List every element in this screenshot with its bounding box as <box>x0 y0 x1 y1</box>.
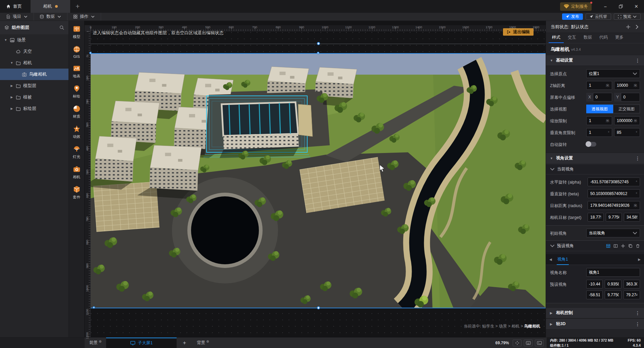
tab-更多[interactable]: 更多 <box>612 33 627 43</box>
section-menu-icon[interactable]: ⋮ <box>635 321 640 327</box>
screen-tab-active[interactable]: 子大屏1 <box>106 338 177 348</box>
section-相机控制[interactable]: ▶相机控制⋮ <box>546 307 644 318</box>
tab-样式[interactable]: 样式 <box>549 33 564 43</box>
input-field[interactable]: 10000米 <box>614 81 640 90</box>
minimize-button[interactable]: − <box>598 0 613 13</box>
tree-expander-icon[interactable]: ▶ <box>10 95 13 99</box>
sidebar-item-场景[interactable]: ▼场景 <box>0 34 68 46</box>
tree-expander-icon[interactable]: ▼ <box>10 61 13 65</box>
tree-expander-icon[interactable]: ▶ <box>10 107 13 110</box>
add-layer-icon[interactable]: ⊕ <box>99 340 101 343</box>
input-field[interactable]: 视角1 <box>586 268 640 277</box>
publish-button[interactable]: 发布 <box>562 13 583 20</box>
section-menu-icon[interactable]: ⋮ <box>635 156 640 161</box>
tree-expander-icon[interactable]: ▶ <box>10 84 13 87</box>
input-field[interactable]: Y0 <box>614 93 640 102</box>
cloud-host-button[interactable]: 云托管 <box>586 13 611 20</box>
input-field[interactable]: 363.3060 <box>624 280 640 288</box>
current-view-header[interactable]: 当前视角 <box>546 164 644 175</box>
tab-交互[interactable]: 交互 <box>564 33 580 43</box>
maximize-button[interactable] <box>613 0 629 13</box>
handle-bottom-center[interactable] <box>317 306 320 309</box>
sidebar-item-标绘层[interactable]: ▶标绘层 <box>0 103 68 114</box>
input-field[interactable]: X0 <box>586 93 612 102</box>
exit-edit-button[interactable]: 退出编辑 <box>503 28 534 36</box>
search-icon[interactable] <box>59 25 64 30</box>
carousel-next-icon[interactable]: ▶ <box>638 258 641 261</box>
preset-view-header[interactable]: 预设视角 <box>546 241 644 251</box>
menu-item-数据[interactable]: 数据 <box>34 13 67 21</box>
handle-screen-top-left[interactable] <box>89 52 92 54</box>
add-tab-button[interactable]: + <box>76 2 80 10</box>
select-选择原点[interactable]: 位置1 <box>586 69 640 78</box>
handle-screen-bottom-left[interactable] <box>93 306 95 309</box>
sidebar-item-天空[interactable]: 天空 <box>0 46 68 57</box>
input-field[interactable]: 1° <box>586 128 612 137</box>
input-field[interactable]: 50.10300085740912° <box>588 189 640 198</box>
tool-模型[interactable]: 模型 <box>73 25 81 39</box>
add-state-icon[interactable] <box>626 25 631 29</box>
toggle-自动旋转[interactable] <box>586 142 596 147</box>
add-layer-icon[interactable]: ⊕ <box>206 340 209 343</box>
segment-透视视图[interactable]: 透视视图 <box>586 105 613 113</box>
background-tab[interactable]: 背景 ⊕ <box>192 338 214 348</box>
input-field[interactable]: 34.58548 <box>624 213 640 222</box>
input-field[interactable]: 9.775029 <box>605 291 621 299</box>
handle-top-center[interactable] <box>317 42 320 45</box>
sidebar-item-相机[interactable]: ▼相机 <box>0 57 68 69</box>
section-轻3D[interactable]: ▶轻3D⋮ <box>546 318 644 330</box>
tool-相机[interactable]: 相机 <box>73 165 81 180</box>
duplicate-view-icon[interactable] <box>628 244 633 248</box>
add-view-icon[interactable] <box>621 244 625 248</box>
tab-camera[interactable]: 相机 <box>31 0 70 13</box>
input-field[interactable]: -10.4464 <box>586 280 603 288</box>
input-field[interactable]: 85° <box>614 128 640 137</box>
sidebar-item-植被[interactable]: ▶植被 <box>0 91 68 103</box>
tool-动效[interactable]: 动效 <box>73 125 81 139</box>
carousel-prev-icon[interactable]: ◀ <box>549 258 552 261</box>
menu-item-操作[interactable]: 操作 <box>67 13 101 21</box>
input-field[interactable]: 179.94014674919026米 <box>588 201 640 210</box>
segment-正交视图[interactable]: 正交视图 <box>613 105 640 113</box>
foreground-tab[interactable]: 前景 ⊕ <box>85 338 106 348</box>
input-field[interactable]: 1米 <box>586 81 612 90</box>
preset-view-tab[interactable]: 视角1 <box>557 254 569 265</box>
input-field[interactable]: -58.5186 <box>586 291 603 299</box>
input-field[interactable]: 9.775029 <box>606 213 622 222</box>
tool-材质[interactable]: 材质 <box>73 105 81 119</box>
fit-view-button[interactable] <box>513 340 521 346</box>
section-menu-icon[interactable]: ⋮ <box>635 58 640 63</box>
input-field[interactable]: 18.77983 <box>588 213 604 222</box>
keyboard-shortcuts-button[interactable] <box>524 340 533 346</box>
scene-selected-building[interactable] <box>203 91 326 158</box>
viewport[interactable]: 0100200300400500600700800900100011001200… <box>85 21 546 337</box>
input-field[interactable]: 10000000米 <box>614 116 640 125</box>
console-button[interactable] <box>535 340 544 346</box>
collapse-panel-icon[interactable] <box>635 25 639 29</box>
input-field[interactable]: -631.5708730852745° <box>588 178 640 186</box>
tool-灯光[interactable]: 灯光 <box>73 145 81 159</box>
tool-套件[interactable]: 套件 <box>73 185 81 200</box>
tool-GIS[interactable]: GIS <box>73 45 81 59</box>
tool-地表[interactable]: 地表 <box>73 64 81 79</box>
select-初始视角[interactable]: 当前视角 <box>586 229 640 237</box>
section-menu-icon[interactable]: ⋮ <box>635 310 640 316</box>
preview-button[interactable]: 预览 <box>614 13 641 20</box>
tool-标绘[interactable]: 标绘 <box>73 84 81 99</box>
section-basic-settings[interactable]: ▼ 基础设置 ⋮ <box>546 55 644 66</box>
input-field[interactable]: 1米 <box>586 116 612 125</box>
input-field[interactable]: 0.935857 <box>605 280 621 288</box>
menu-item-项目[interactable]: 项目 <box>0 13 34 21</box>
columns-view-icon[interactable] <box>613 244 618 248</box>
input-field[interactable]: 79.27474 <box>624 291 640 299</box>
tree-expander-icon[interactable]: ▼ <box>4 38 7 42</box>
delete-view-icon[interactable] <box>636 244 640 248</box>
close-button[interactable]: × <box>629 0 644 13</box>
home-button[interactable]: 首页 <box>6 3 22 9</box>
add-screen-button[interactable]: + <box>177 338 192 348</box>
sidebar-item-鸟瞰相机[interactable]: 鸟瞰相机 <box>0 69 68 80</box>
custom-service-badge[interactable]: 定制服务 <box>560 2 592 11</box>
tab-代码[interactable]: 代码 <box>596 33 611 43</box>
table-view-icon[interactable] <box>606 244 610 248</box>
handle-screen-top[interactable] <box>317 52 319 54</box>
